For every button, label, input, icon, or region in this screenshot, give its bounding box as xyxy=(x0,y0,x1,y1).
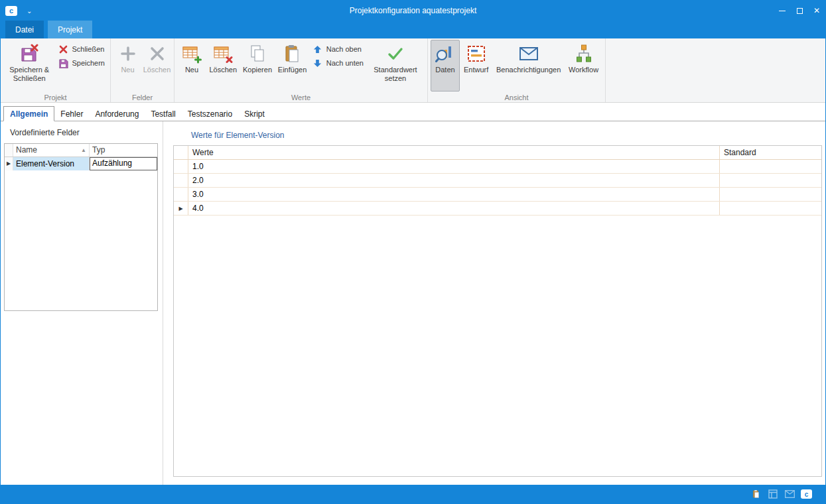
move-up-button[interactable]: Nach oben xyxy=(312,44,364,54)
statusbar-panel-icon[interactable] xyxy=(768,489,778,499)
field-new-label: Neu xyxy=(121,66,134,74)
maximize-button[interactable] xyxy=(791,1,808,21)
field-delete-button[interactable]: Löschen xyxy=(143,40,172,92)
workflow-nodes-icon xyxy=(573,43,594,64)
view-entwurf-label: Entwurf xyxy=(464,66,488,74)
paste-button[interactable]: Einfügen xyxy=(275,40,309,92)
field-delete-label: Löschen xyxy=(143,66,171,74)
predefined-fields-grid: Name ▲ Typ ▶ Element-Version Aufzählung xyxy=(4,143,158,311)
ribbon-tab-projekt[interactable]: Projekt xyxy=(48,21,92,38)
window-controls: ✕ xyxy=(774,1,825,21)
cell-field-typ[interactable]: Aufzählung xyxy=(90,157,157,170)
tab-fehler[interactable]: Fehler xyxy=(54,107,89,121)
group-label-ansicht: Ansicht xyxy=(428,94,605,101)
copy-button[interactable]: Kopieren xyxy=(240,40,275,92)
panel-splitter[interactable] xyxy=(163,121,163,485)
cell-value[interactable]: 4.0 xyxy=(188,202,720,215)
view-daten-button[interactable]: Daten xyxy=(431,40,460,92)
group-label-felder: Felder xyxy=(111,94,174,101)
tab-anforderung[interactable]: Anforderung xyxy=(89,107,145,121)
row-indicator-empty xyxy=(174,174,188,187)
view-entwurf-button[interactable]: Entwurf xyxy=(460,40,492,92)
cell-standard[interactable] xyxy=(720,160,821,173)
tab-allgemein[interactable]: Allgemein xyxy=(3,106,54,121)
row-indicator-icon: ▶ xyxy=(5,157,13,170)
field-new-button[interactable]: Neu xyxy=(113,40,143,92)
ribbon: Speichern & Schließen Schließen xyxy=(1,38,825,103)
cell-value[interactable]: 1.0 xyxy=(188,160,720,173)
close-button[interactable]: ✕ xyxy=(808,1,825,21)
column-header-standard[interactable]: Standard xyxy=(720,146,821,159)
view-benachrichtigungen-button[interactable]: Benachrichtigungen xyxy=(492,40,565,92)
fields-grid-indicator-header xyxy=(5,144,13,157)
werte-small-buttons: Nach oben Nach unten xyxy=(310,40,366,72)
statusbar-mail-icon[interactable] xyxy=(784,489,795,499)
row-indicator-empty xyxy=(174,160,188,173)
save-project-button[interactable]: Speichern xyxy=(58,58,105,68)
group-label-werte: Werte xyxy=(174,94,427,101)
save-close-icon xyxy=(19,43,40,64)
save-project-label: Speichern xyxy=(72,59,105,67)
column-header-typ[interactable]: Typ xyxy=(90,144,157,157)
right-panel-title: Werte für Element-Version xyxy=(191,131,285,140)
paste-label: Einfügen xyxy=(278,66,307,74)
move-up-label: Nach oben xyxy=(326,45,362,53)
cell-standard[interactable] xyxy=(720,188,821,201)
statusbar-clipboard-icon[interactable] xyxy=(751,489,762,499)
value-new-button[interactable]: Neu xyxy=(177,40,206,92)
projekt-small-buttons: Schließen Speichern xyxy=(55,40,107,72)
field-new-plus-icon xyxy=(117,43,139,64)
values-grid: Werte Standard 1.0 2.0 3.0 ▶ 4.0 xyxy=(173,145,822,477)
value-delete-table-x-icon xyxy=(212,43,234,64)
values-grid-row: 1.0 xyxy=(174,160,821,174)
ribbon-group-projekt: Speichern & Schließen Schließen xyxy=(1,38,111,102)
ribbon-group-werte: Neu Löschen xyxy=(174,38,428,102)
copy-label: Kopieren xyxy=(243,66,272,74)
tab-testfall[interactable]: Testfall xyxy=(145,107,181,121)
quick-access-chevron-icon[interactable]: ⌄ xyxy=(27,7,32,15)
field-delete-x-icon xyxy=(147,43,168,64)
left-panel-title: Vordefinierte Felder xyxy=(10,128,80,137)
move-down-label: Nach unten xyxy=(326,59,364,67)
save-and-close-button[interactable]: Speichern & Schließen xyxy=(3,40,55,92)
column-header-name[interactable]: Name ▲ xyxy=(13,144,90,157)
values-grid-row: 2.0 xyxy=(174,174,821,188)
paste-clipboard-icon xyxy=(282,43,303,64)
page-tab-strip: Allgemein Fehler Anforderung Testfall Te… xyxy=(1,106,825,121)
cell-value[interactable]: 3.0 xyxy=(188,188,720,201)
values-grid-row: ▶ 4.0 xyxy=(174,202,821,216)
minimize-button[interactable] xyxy=(774,1,791,21)
value-delete-button[interactable]: Löschen xyxy=(206,40,240,92)
save-and-close-label: Speichern & Schließen xyxy=(7,66,51,83)
view-benachrichtigungen-label: Benachrichtigungen xyxy=(496,66,561,74)
value-new-label: Neu xyxy=(185,66,198,74)
cell-standard[interactable] xyxy=(720,202,821,215)
fields-grid-row: ▶ Element-Version Aufzählung xyxy=(5,157,157,170)
green-check-icon xyxy=(385,43,406,64)
cell-field-name[interactable]: Element-Version xyxy=(13,157,90,170)
move-down-button[interactable]: Nach unten xyxy=(312,58,364,68)
ribbon-group-felder: Neu Löschen Felder xyxy=(111,38,174,102)
fields-grid-header: Name ▲ Typ xyxy=(5,144,157,157)
ribbon-tab-datei[interactable]: Datei xyxy=(5,21,44,38)
arrow-up-icon xyxy=(312,44,323,54)
values-grid-header: Werte Standard xyxy=(174,146,821,160)
cell-value[interactable]: 2.0 xyxy=(188,174,720,187)
close-icon: ✕ xyxy=(813,6,820,15)
column-header-werte[interactable]: Werte xyxy=(188,146,720,159)
copy-pages-icon xyxy=(247,43,268,64)
statusbar-app-logo-icon[interactable]: c xyxy=(801,489,812,499)
cell-standard[interactable] xyxy=(720,174,821,187)
arrow-down-icon xyxy=(312,58,323,68)
app-logo-icon[interactable]: c xyxy=(5,6,17,16)
view-workflow-button[interactable]: Workflow xyxy=(565,40,602,92)
ribbon-group-ansicht: Daten Entwurf xyxy=(428,38,606,102)
app-window: c ⌄ Projektkonfiguration aquatestprojekt… xyxy=(0,0,826,504)
tab-skript[interactable]: Skript xyxy=(238,107,271,121)
group-label-projekt: Projekt xyxy=(1,94,110,101)
set-default-button[interactable]: Standardwert setzen xyxy=(366,40,425,92)
minimize-icon xyxy=(779,11,786,11)
close-project-button[interactable]: Schließen xyxy=(58,44,105,54)
ribbon-tab-row: Datei Projekt xyxy=(1,21,825,38)
tab-testszenario[interactable]: Testszenario xyxy=(182,107,238,121)
